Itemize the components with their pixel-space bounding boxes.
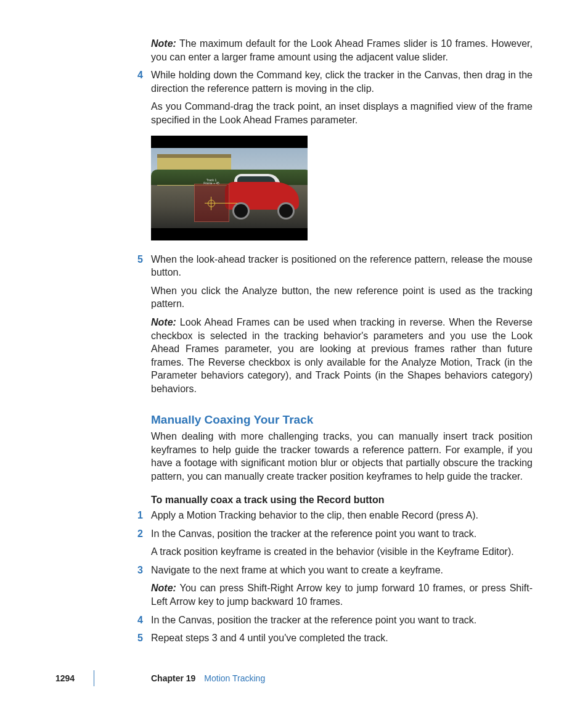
step-5: 5 When the look-ahead tracker is positio… [151, 253, 533, 396]
coax-step-3: 3 Navigate to the next frame at which yo… [151, 564, 533, 609]
coax-step-2: 2 In the Canvas, position the tracker at… [151, 527, 533, 559]
step-5-note-text: Look Ahead Frames can be used when track… [151, 317, 533, 394]
sub-heading: To manually coax a track using the Recor… [151, 493, 533, 507]
note-label: Note: [151, 583, 176, 593]
step-number: 3 [137, 564, 143, 577]
tracker-screenshot: Track 1 Frame + 45 [151, 136, 308, 240]
note-top-text: The maximum default for the Look Ahead F… [151, 38, 533, 62]
coax-step-4: 4 In the Canvas, position the tracker at… [151, 614, 533, 627]
tracker-overlay-label: Track 1 Frame + 45 [195, 179, 227, 185]
page-number: 1294 [55, 673, 94, 684]
step-number: 5 [137, 253, 143, 266]
coax-step-3-note: Note: You can press Shift-Right Arrow ke… [151, 581, 533, 608]
step-5-sub: When you click the Analyze button, the n… [151, 284, 533, 311]
step-number: 4 [137, 614, 143, 627]
coax-step-5-body: Repeat steps 3 and 4 until you've comple… [151, 631, 533, 645]
coax-step-1-body: Apply a Motion Tracking behavior to the … [151, 509, 533, 522]
step-number: 4 [137, 68, 143, 82]
coax-step-2-body: In the Canvas, position the tracker at t… [151, 527, 533, 541]
chapter-label: Chapter 19 [151, 673, 195, 684]
coax-step-1: 1 Apply a Motion Tracking behavior to th… [151, 509, 533, 522]
tracker-crosshair-icon [208, 200, 215, 207]
note-label: Note: [151, 38, 176, 49]
note-label: Note: [151, 317, 176, 327]
coax-step-3-note-text: You can press Shift-Right Arrow key to j… [151, 583, 533, 607]
footer-divider [94, 670, 94, 686]
coax-step-2-sub: A track position keyframe is created in … [151, 545, 533, 559]
tracker-screenshot-inner: Track 1 Frame + 45 [151, 136, 308, 240]
coax-step-5: 5 Repeat steps 3 and 4 until you've comp… [151, 631, 533, 645]
step-5-body: When the look-ahead tracker is positione… [151, 253, 533, 279]
coax-step-3-body: Navigate to the next frame at which you … [151, 564, 533, 577]
note-top: Note: The maximum default for the Look A… [151, 37, 533, 64]
tracker-line [213, 203, 237, 203]
step-number: 5 [137, 631, 143, 645]
step-4-sub: As you Command-drag the track point, an … [151, 100, 533, 126]
step-number: 2 [137, 527, 143, 541]
step-4: 4 While holding down the Command key, cl… [151, 68, 533, 126]
chapter-title: Motion Tracking [204, 673, 265, 684]
step-4-body: While holding down the Command key, clic… [151, 68, 533, 95]
step-5-note: Note: Look Ahead Frames can be used when… [151, 316, 533, 396]
coax-step-4-body: In the Canvas, position the tracker at t… [151, 614, 533, 627]
step-number: 1 [137, 509, 143, 522]
page-footer: 1294 Chapter 19 Motion Tracking [55, 670, 533, 686]
section-heading: Manually Coaxing Your Track [151, 412, 533, 428]
section-intro: When dealing with more challenging track… [151, 430, 533, 483]
